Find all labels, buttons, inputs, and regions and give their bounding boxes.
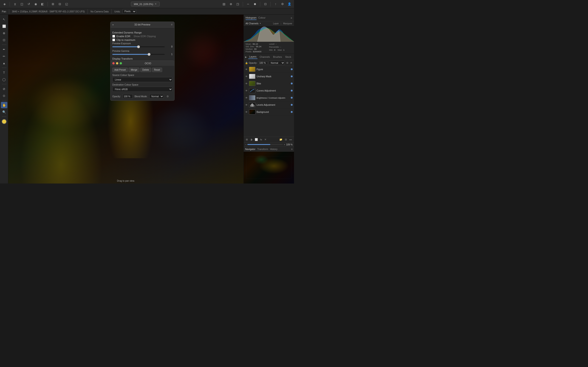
- zoom-slider[interactable]: [247, 144, 283, 145]
- move-tool-btn[interactable]: ↖: [1, 16, 7, 23]
- layer-item-background[interactable]: 👁 Background: [244, 108, 294, 116]
- shape-tool-btn[interactable]: ◯: [1, 76, 7, 83]
- marquee-btn[interactable]: Marquee: [283, 22, 292, 25]
- more-btn[interactable]: •••: [245, 1, 251, 7]
- layer-vis-levels[interactable]: 👁: [245, 103, 248, 106]
- histogram-menu-icon[interactable]: ≡: [291, 17, 292, 19]
- source-colour-space-select[interactable]: Linear: [112, 77, 173, 82]
- adjustments-btn[interactable]: ◫: [19, 1, 25, 7]
- exposure-slider-track[interactable]: [112, 46, 165, 47]
- more-layer-btn[interactable]: •••: [288, 138, 293, 142]
- folder-layer-btn[interactable]: 📁: [279, 138, 283, 142]
- filters-btn[interactable]: ⧖: [12, 1, 18, 7]
- layer-vis-brightness[interactable]: 👁: [245, 96, 248, 99]
- gamma-slider-thumb[interactable]: [148, 53, 150, 56]
- preview-menu-icon[interactable]: ≡: [171, 23, 173, 26]
- pan-tool-btn[interactable]: ✋: [1, 102, 7, 108]
- flatten-layer-btn[interactable]: ⊟: [284, 138, 288, 142]
- layers-tab[interactable]: Layers: [248, 55, 258, 59]
- extra-btn[interactable]: ◱: [64, 1, 69, 7]
- nav-menu-icon[interactable]: ≡: [291, 148, 293, 150]
- brushes-tab[interactable]: Brushes: [272, 55, 283, 59]
- exposure-slider-row: 0: [112, 45, 173, 48]
- ocio-minimize-dot[interactable]: [116, 62, 118, 65]
- user-profile-btn[interactable]: 👤: [287, 1, 292, 7]
- zoom-in-btn[interactable]: +: [284, 143, 285, 146]
- split-btn[interactable]: ◧: [40, 1, 45, 7]
- eyedropper-tool-btn[interactable]: ⊘: [1, 85, 7, 92]
- redeye-tool-btn[interactable]: ⊙: [1, 92, 7, 99]
- enable-edr-checkbox[interactable]: [112, 35, 115, 38]
- units-select[interactable]: Pixels Inches cm: [122, 9, 136, 14]
- panel-collapse-icon[interactable]: ▶: [245, 56, 247, 58]
- layer-item-brightness[interactable]: 👁 Brightness / Contrast Adjustm: [244, 94, 294, 101]
- ocio-opacity-input[interactable]: [123, 94, 133, 99]
- zoom-tool-btn[interactable]: 🔍: [1, 109, 7, 115]
- delete-btn[interactable]: Delete: [140, 68, 151, 72]
- navigator-tab[interactable]: Navigator: [245, 148, 255, 150]
- layer-settings-icon[interactable]: ⚙: [286, 61, 289, 65]
- layer-blend-mode-select[interactable]: Normal: [269, 61, 285, 65]
- layer-close-icon[interactable]: ✕: [290, 61, 293, 65]
- channel-dropdown-arrow[interactable]: ▾: [260, 22, 261, 25]
- brush-tool-btn[interactable]: ✏: [1, 53, 7, 59]
- add-pixel-layer-btn[interactable]: ⊞: [245, 138, 249, 142]
- exposure-slider-thumb[interactable]: [137, 45, 140, 48]
- app-settings-btn[interactable]: ⚙: [280, 1, 285, 7]
- foreground-color-swatch[interactable]: [2, 119, 7, 124]
- screen-view-btn[interactable]: ⊡: [262, 1, 268, 7]
- histogram-toggle-btn[interactable]: ▤: [221, 1, 227, 7]
- layer-btn[interactable]: Layer: [273, 22, 279, 25]
- ocio-blend-mode-select[interactable]: Normal: [149, 94, 164, 99]
- layer-item-unsharp[interactable]: 👁 Unsharp Mask: [244, 73, 294, 80]
- layer-vis-curves[interactable]: 👁: [245, 89, 248, 92]
- zoom-out-btn[interactable]: −: [245, 143, 246, 146]
- gamma-slider-track[interactable]: [112, 54, 165, 55]
- layer-opacity-input[interactable]: [258, 61, 268, 65]
- layer-item-curves[interactable]: 👁 Curves Adjustment: [244, 87, 294, 94]
- canvas-area[interactable]: ● 32-bit Preview ≡ Extended Dynamic Rang…: [8, 15, 243, 184]
- layer-vis-background[interactable]: 👁: [245, 110, 248, 113]
- transform-tool-btn[interactable]: ⊕: [1, 30, 7, 36]
- ocio-maximize-dot[interactable]: [120, 62, 122, 65]
- histogram-tab[interactable]: Histogram: [246, 16, 257, 20]
- record-btn[interactable]: ⏺: [252, 1, 258, 7]
- channels-tab[interactable]: Channels: [259, 55, 271, 59]
- arrange-btn[interactable]: ⊟: [57, 1, 62, 7]
- add-preset-btn[interactable]: Add Preset: [112, 68, 128, 72]
- text-tool-btn[interactable]: T: [1, 69, 7, 76]
- channels-toggle-btn[interactable]: ⊕: [228, 1, 233, 7]
- add-mask-btn[interactable]: ⬜: [254, 138, 259, 142]
- stock-tab[interactable]: Stock: [284, 55, 292, 59]
- navigator-preview[interactable]: [244, 152, 294, 184]
- transform-tab[interactable]: Transform: [257, 148, 268, 150]
- layer-item-levels[interactable]: 👁 Levels Adjustment: [244, 101, 294, 108]
- fill-tool-btn[interactable]: ▲: [1, 60, 7, 66]
- layer-item-bike[interactable]: 👁 Bike: [244, 80, 294, 87]
- ocio-settings-icon[interactable]: ⚙: [166, 95, 169, 98]
- delete-layer-btn[interactable]: ✕: [264, 138, 267, 142]
- layer-vis-bike[interactable]: 👁: [245, 82, 248, 85]
- reset-btn[interactable]: Reset: [152, 68, 162, 72]
- fx-btn[interactable]: fx: [259, 138, 263, 141]
- merge-btn[interactable]: Merge: [129, 68, 139, 72]
- history-undo-btn[interactable]: ↺: [26, 1, 32, 7]
- ocio-close-dot[interactable]: [112, 62, 115, 65]
- layer-vis-figure[interactable]: 👁: [245, 68, 248, 71]
- layer-item-figure[interactable]: 👁 Figure: [244, 66, 294, 73]
- share-btn[interactable]: ↑: [273, 1, 278, 7]
- crop-tool-btn[interactable]: ⊡: [1, 37, 7, 43]
- layer-vis-unsharp[interactable]: 👁: [245, 75, 248, 78]
- colorwheel-btn[interactable]: ◉: [33, 1, 38, 7]
- colour-tab[interactable]: Colour: [258, 16, 266, 20]
- clip-to-max-checkbox[interactable]: [112, 39, 115, 41]
- layers-toggle-btn[interactable]: ◳: [235, 1, 241, 7]
- history-tab[interactable]: History: [270, 148, 277, 150]
- selection-tool-btn[interactable]: ⬜: [1, 23, 7, 29]
- add-adjustment-layer-btn[interactable]: ◑: [250, 138, 253, 142]
- pin-icon[interactable]: ✕: [155, 2, 157, 6]
- app-logo-icon[interactable]: ◈: [2, 1, 7, 7]
- destination-colour-space-select[interactable]: Filmic sRGB: [112, 87, 173, 92]
- grid-view-btn[interactable]: ⊞: [50, 1, 56, 7]
- pen-tool-btn[interactable]: ✒: [1, 46, 7, 52]
